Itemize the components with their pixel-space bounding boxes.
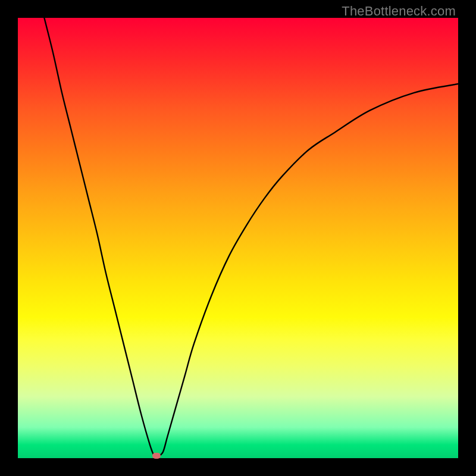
chart-frame: TheBottleneck.com	[0, 0, 476, 476]
curve-svg	[18, 18, 458, 458]
watermark-text: TheBottleneck.com	[342, 4, 456, 19]
bottleneck-curve	[44, 18, 458, 457]
minimum-marker	[152, 453, 161, 459]
plot-area	[18, 18, 458, 458]
